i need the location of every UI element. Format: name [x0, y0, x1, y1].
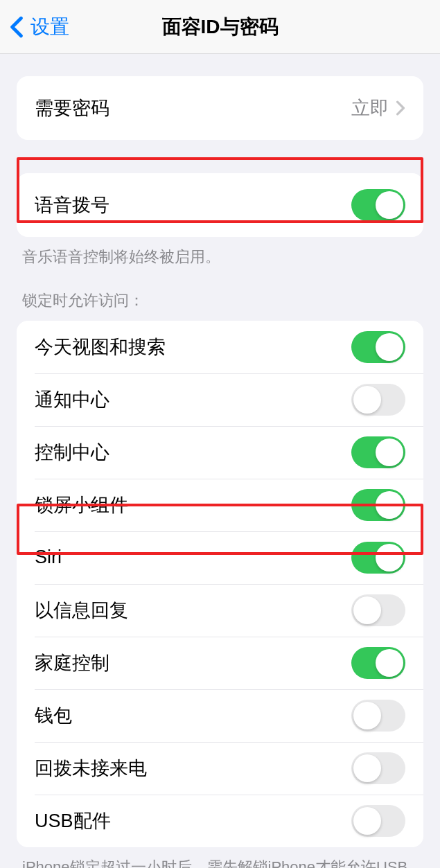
require-passcode-group: 需要密码 立即: [17, 76, 423, 140]
lock-access-toggle[interactable]: [351, 489, 405, 521]
lock-access-toggle[interactable]: [351, 647, 405, 679]
lock-access-label: Siri: [35, 547, 62, 568]
lock-access-label: 回拨未接来电: [35, 756, 147, 781]
lock-access-toggle[interactable]: [351, 594, 405, 626]
lock-access-label: 钱包: [35, 703, 72, 728]
lock-access-label: 家庭控制: [35, 650, 109, 675]
lock-access-toggle[interactable]: [351, 700, 405, 732]
lock-access-toggle[interactable]: [351, 542, 405, 574]
require-passcode-row[interactable]: 需要密码 立即: [17, 76, 423, 140]
lock-access-label: 今天视图和搜索: [35, 335, 166, 360]
lock-access-toggle[interactable]: [351, 331, 405, 363]
lock-access-row: 今天视图和搜索: [17, 321, 423, 373]
lock-access-toggle[interactable]: [351, 805, 405, 837]
lock-access-group: 今天视图和搜索通知中心控制中心锁屏小组件Siri以信息回复家庭控制钱包回拨未接来…: [17, 321, 423, 847]
lock-access-label: USB配件: [35, 808, 111, 833]
lock-access-toggle[interactable]: [351, 752, 405, 784]
lock-access-row: 锁屏小组件: [17, 479, 423, 531]
lock-access-label: 通知中心: [35, 387, 109, 412]
require-passcode-label: 需要密码: [35, 96, 109, 121]
lock-access-row: 钱包: [17, 689, 423, 742]
voice-dial-toggle[interactable]: [351, 189, 405, 221]
lock-access-label: 锁屏小组件: [35, 493, 128, 517]
lock-access-label: 以信息回复: [35, 598, 128, 623]
back-label: 设置: [30, 14, 69, 40]
lock-access-toggle[interactable]: [351, 436, 405, 468]
require-passcode-value: 立即: [351, 96, 405, 121]
lock-access-toggle[interactable]: [351, 384, 405, 416]
chevron-left-icon: [10, 16, 24, 38]
navbar: 设置 面容ID与密码: [0, 0, 440, 54]
lock-access-row: 通知中心: [17, 373, 423, 426]
lock-access-row: Siri: [17, 531, 423, 584]
lock-access-footer: iPhone锁定超过一小时后，需先解锁iPhone才能允许USB配件连接。: [0, 847, 440, 868]
lock-access-row: USB配件: [17, 795, 423, 847]
lock-access-row: 回拨未接来电: [17, 742, 423, 795]
voice-dial-group: 语音拨号: [17, 173, 423, 237]
voice-dial-label: 语音拨号: [35, 193, 109, 218]
lock-access-row: 家庭控制: [17, 637, 423, 689]
lock-access-row: 以信息回复: [17, 584, 423, 637]
voice-dial-footer: 音乐语音控制将始终被启用。: [0, 237, 440, 268]
lock-access-row: 控制中心: [17, 426, 423, 479]
voice-dial-row: 语音拨号: [17, 173, 423, 237]
chevron-right-icon: [396, 100, 405, 116]
lock-access-header: 锁定时允许访问：: [0, 290, 440, 321]
back-button[interactable]: 设置: [0, 14, 69, 40]
lock-access-label: 控制中心: [35, 440, 109, 465]
